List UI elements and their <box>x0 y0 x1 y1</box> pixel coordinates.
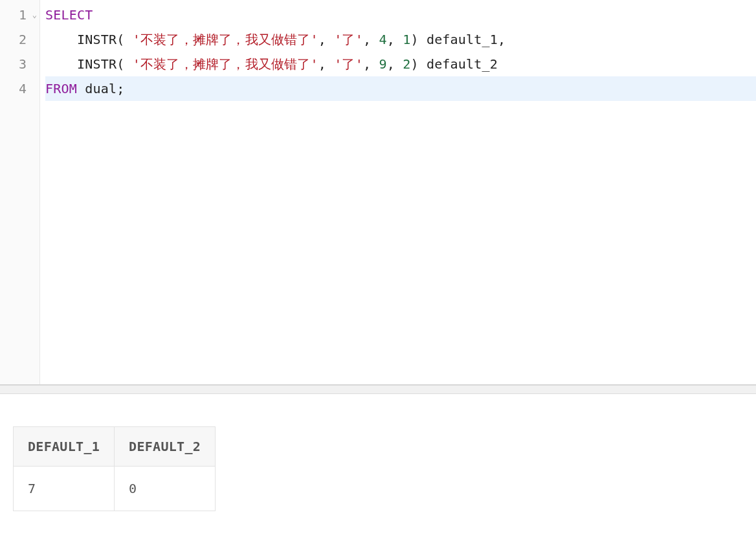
column-header[interactable]: DEFAULT_2 <box>115 427 216 467</box>
table-name: dual <box>85 81 117 96</box>
indent <box>45 32 77 47</box>
string-literal: '了' <box>334 32 363 47</box>
keyword-from: FROM <box>45 81 77 96</box>
paren-open: ( <box>117 56 132 72</box>
number-literal: 1 <box>403 32 410 47</box>
code-line-4[interactable]: FROM dual; <box>45 76 756 101</box>
alias: default_1 <box>427 32 498 47</box>
table-cell: 7 <box>14 467 115 511</box>
code-line-1[interactable]: SELECT <box>45 3 756 27</box>
paren-close: ) <box>410 56 426 72</box>
line-number: 2 <box>0 27 39 52</box>
keyword-select: SELECT <box>45 7 93 23</box>
function-instr: INSTR <box>77 56 117 72</box>
line-number: 4 <box>0 76 39 101</box>
number-literal: 4 <box>379 32 386 47</box>
pane-divider[interactable] <box>0 385 756 394</box>
column-header[interactable]: DEFAULT_1 <box>14 427 115 467</box>
function-instr: INSTR <box>77 32 117 47</box>
table-row[interactable]: 7 0 <box>14 467 216 511</box>
string-literal: '了' <box>334 56 363 72</box>
comma: , <box>363 32 379 47</box>
code-line-3[interactable]: INSTR( '不装了，摊牌了，我又做错了', '了', 9, 2) defau… <box>45 52 756 76</box>
line-number: 3 <box>0 52 39 76</box>
comma: , <box>387 56 403 72</box>
results-table: DEFAULT_1 DEFAULT_2 7 0 <box>13 426 216 511</box>
alias: default_2 <box>427 56 498 72</box>
table-header-row: DEFAULT_1 DEFAULT_2 <box>14 427 216 467</box>
line-number-label: 2 <box>19 32 27 47</box>
comma: , <box>318 56 334 72</box>
sql-editor: 1 ⌄ 2 3 4 SELECT INSTR( '不装了，摊牌了，我又做错了',… <box>0 0 756 385</box>
string-literal: '不装了，摊牌了，我又做错了' <box>133 56 318 72</box>
line-number-label: 1 <box>19 7 27 23</box>
code-line-2[interactable]: INSTR( '不装了，摊牌了，我又做错了', '了', 4, 1) defau… <box>45 27 756 52</box>
number-literal: 9 <box>379 56 386 72</box>
line-number-label: 3 <box>19 56 27 72</box>
code-area[interactable]: SELECT INSTR( '不装了，摊牌了，我又做错了', '了', 4, 1… <box>40 0 756 384</box>
table-cell: 0 <box>115 467 216 511</box>
comma: , <box>387 32 403 47</box>
comma: , <box>318 32 334 47</box>
paren-open: ( <box>117 32 132 47</box>
paren-close: ) <box>410 32 426 47</box>
comma: , <box>363 56 379 72</box>
results-pane: DEFAULT_1 DEFAULT_2 7 0 <box>0 394 756 524</box>
fold-chevron-icon[interactable]: ⌄ <box>32 10 37 19</box>
comma: , <box>498 32 506 47</box>
indent <box>45 56 77 72</box>
number-literal: 2 <box>403 56 410 72</box>
line-number-gutter: 1 ⌄ 2 3 4 <box>0 0 40 384</box>
line-number-label: 4 <box>19 81 27 96</box>
space <box>77 81 85 96</box>
string-literal: '不装了，摊牌了，我又做错了' <box>133 32 318 47</box>
line-number: 1 ⌄ <box>0 3 39 27</box>
semicolon: ; <box>117 81 124 96</box>
